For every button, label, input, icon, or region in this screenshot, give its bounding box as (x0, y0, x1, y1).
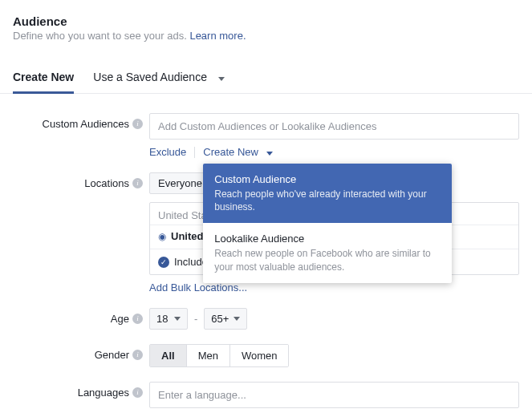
info-icon[interactable]: i (132, 178, 143, 188)
divider (194, 147, 195, 158)
label-custom-audiences: Custom Audiences (43, 118, 129, 130)
page-title: Audience (13, 14, 519, 28)
pin-icon: ◉ (158, 231, 166, 242)
age-min-value: 18 (156, 313, 168, 325)
dropdown-item-desc: Reach new people on Facebook who are sim… (214, 247, 441, 273)
page-subtitle: Define who you want to see your ads. Lea… (13, 30, 519, 42)
dropdown-item-desc: Reach people who've already interacted w… (214, 188, 441, 213)
age-max-value: 65+ (211, 313, 229, 325)
dropdown-item-title: Lookalike Audience (214, 233, 441, 245)
exclude-link[interactable]: Exclude (149, 146, 186, 158)
label-locations: Locations (84, 177, 129, 189)
gender-segmented: All Men Women (149, 344, 289, 367)
gender-option-men[interactable]: Men (187, 345, 230, 366)
custom-audiences-input[interactable]: Add Custom Audiences or Lookalike Audien… (149, 113, 519, 140)
tab-saved-audience[interactable]: Use a Saved Audience (93, 63, 225, 93)
age-dash: - (194, 313, 197, 325)
dropdown-item-lookalike-audience[interactable]: Lookalike Audience Reach new people on F… (203, 223, 452, 282)
info-icon[interactable]: i (132, 350, 143, 360)
check-icon: ✓ (158, 257, 169, 268)
audience-tabs: Create New Use a Saved Audience (0, 63, 532, 94)
age-min-select[interactable]: 18 (149, 308, 188, 330)
label-gender: Gender (95, 349, 129, 361)
label-age: Age (111, 313, 129, 325)
learn-more-link[interactable]: Learn more. (189, 30, 246, 42)
gender-option-all[interactable]: All (150, 345, 187, 366)
tab-create-new[interactable]: Create New (13, 63, 74, 93)
age-max-select[interactable]: 65+ (204, 308, 247, 330)
languages-input[interactable] (149, 382, 519, 408)
gender-option-women[interactable]: Women (230, 345, 289, 366)
subtitle-text: Define who you want to see your ads. (13, 30, 189, 42)
create-new-label: Create New (203, 146, 258, 158)
dropdown-item-custom-audience[interactable]: Custom Audience Reach people who've alre… (203, 164, 452, 223)
dropdown-item-title: Custom Audience (214, 173, 441, 185)
info-icon[interactable]: i (132, 314, 143, 324)
caret-down-icon (213, 71, 225, 83)
label-languages: Languages (78, 387, 129, 399)
create-new-dropdown: Custom Audience Reach people who've alre… (203, 164, 452, 283)
caret-down-icon (174, 317, 181, 321)
caret-down-icon (234, 317, 240, 321)
caret-down-icon (262, 146, 273, 158)
tab-saved-label: Use a Saved Audience (93, 71, 207, 83)
create-new-dropdown-trigger[interactable]: Create New (203, 146, 272, 158)
info-icon[interactable]: i (132, 387, 143, 398)
location-scope-value: Everyone (158, 177, 202, 189)
add-bulk-locations-link[interactable]: Add Bulk Locations... (149, 281, 247, 294)
info-icon[interactable]: i (132, 119, 143, 129)
